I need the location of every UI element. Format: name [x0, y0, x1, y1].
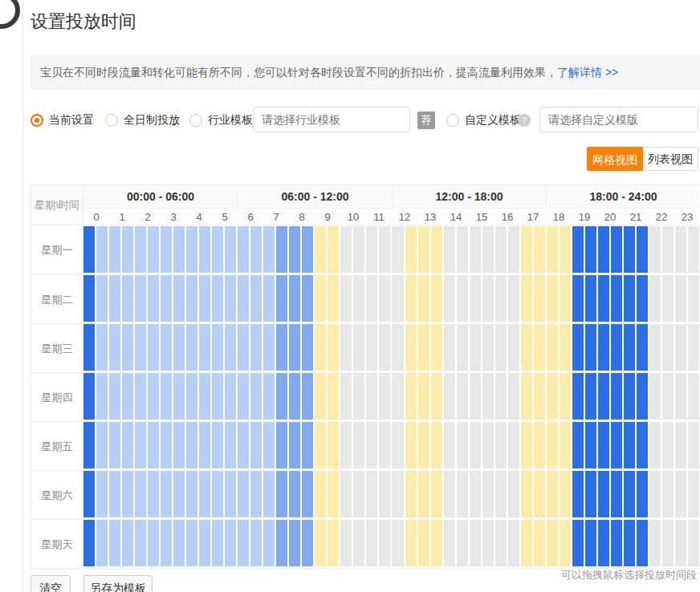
schedule-cell[interactable] [431, 422, 442, 468]
schedule-cell[interactable] [547, 324, 558, 371]
schedule-cell[interactable] [470, 275, 481, 322]
schedule-cell[interactable] [688, 275, 699, 322]
schedule-cell[interactable] [688, 520, 699, 566]
schedule-cell[interactable] [405, 275, 417, 322]
schedule-cell[interactable] [199, 471, 210, 517]
schedule-cell[interactable] [572, 275, 584, 322]
schedule-cell[interactable] [649, 520, 661, 566]
schedule-cell[interactable] [135, 471, 146, 517]
radio-unselected-icon[interactable] [189, 114, 202, 127]
schedule-cell[interactable] [199, 520, 210, 566]
schedule-cell[interactable] [482, 275, 494, 322]
schedule-cell[interactable] [470, 324, 481, 371]
schedule-cell[interactable] [315, 324, 326, 371]
schedule-cell[interactable] [328, 422, 339, 468]
schedule-cell[interactable] [457, 226, 468, 273]
radio-unselected-icon[interactable] [105, 114, 118, 127]
schedule-cell[interactable] [109, 275, 120, 322]
schedule-cell[interactable] [675, 520, 686, 566]
schedule-cell[interactable] [96, 275, 108, 322]
schedule-cell[interactable] [199, 226, 210, 273]
schedule-cell[interactable] [199, 324, 210, 371]
schedule-cell[interactable] [444, 422, 455, 468]
schedule-cell[interactable] [431, 226, 442, 273]
schedule-cell[interactable] [109, 422, 120, 468]
schedule-cell[interactable] [199, 275, 210, 322]
schedule-cell[interactable] [238, 275, 249, 322]
schedule-cell[interactable] [148, 520, 159, 566]
schedule-cell[interactable] [148, 275, 159, 322]
schedule-cell[interactable] [457, 373, 468, 420]
schedule-cell[interactable] [688, 471, 699, 517]
schedule-cell[interactable] [521, 275, 532, 322]
schedule-cell[interactable] [675, 471, 686, 517]
schedule-cell[interactable] [148, 422, 159, 468]
schedule-cell[interactable] [418, 422, 429, 468]
schedule-cell[interactable] [135, 422, 146, 468]
schedule-cell[interactable] [366, 373, 377, 420]
schedule-cell[interactable] [534, 422, 545, 468]
schedule-cell[interactable] [392, 471, 403, 517]
schedule-cell[interactable] [418, 471, 429, 517]
schedule-cell[interactable] [250, 520, 262, 566]
schedule-cell[interactable] [624, 226, 635, 273]
schedule-cell[interactable] [250, 373, 262, 420]
schedule-cell[interactable] [340, 471, 352, 517]
schedule-cell[interactable] [83, 373, 95, 420]
schedule-cell[interactable] [521, 324, 532, 371]
schedule-cell[interactable] [263, 226, 275, 273]
schedule-cell[interactable] [598, 520, 609, 566]
schedule-cell[interactable] [328, 520, 339, 566]
schedule-cell[interactable] [495, 373, 507, 420]
schedule-cell[interactable] [238, 422, 249, 468]
schedule-cell[interactable] [495, 471, 507, 517]
schedule-cell[interactable] [431, 373, 442, 420]
schedule-cell[interactable] [624, 422, 635, 468]
schedule-cell[interactable] [508, 324, 519, 371]
schedule-cell[interactable] [405, 324, 417, 371]
schedule-cell[interactable] [392, 226, 403, 273]
schedule-cell[interactable] [444, 373, 455, 420]
schedule-cell[interactable] [495, 324, 507, 371]
schedule-cell[interactable] [276, 520, 287, 566]
schedule-cell[interactable] [302, 422, 313, 468]
schedule-cell[interactable] [263, 373, 275, 420]
schedule-cell[interactable] [637, 324, 648, 371]
schedule-cell[interactable] [186, 520, 197, 566]
schedule-cell[interactable] [353, 275, 364, 322]
schedule-cell[interactable] [340, 324, 352, 371]
schedule-cell[interactable] [276, 373, 287, 420]
schedule-cell[interactable] [366, 324, 377, 371]
schedule-cell[interactable] [611, 471, 622, 517]
schedule-cell[interactable] [263, 275, 275, 322]
schedule-cell[interactable] [482, 471, 494, 517]
list-view-button[interactable]: 列表视图 [643, 147, 698, 171]
schedule-cell[interactable] [598, 422, 609, 468]
schedule-cell[interactable] [186, 226, 197, 273]
help-icon[interactable]: ? [518, 114, 531, 127]
schedule-cell[interactable] [276, 226, 287, 273]
schedule-cell[interactable] [572, 324, 584, 371]
schedule-cell[interactable] [482, 324, 494, 371]
schedule-cell[interactable] [135, 275, 146, 322]
schedule-cell[interactable] [328, 373, 339, 420]
schedule-cell[interactable] [289, 422, 300, 468]
schedule-cell[interactable] [199, 373, 210, 420]
schedule-cell[interactable] [624, 275, 635, 322]
schedule-cell[interactable] [148, 324, 159, 371]
schedule-cell[interactable] [418, 373, 429, 420]
schedule-cell[interactable] [508, 520, 519, 566]
schedule-cell[interactable] [598, 373, 609, 420]
schedule-cell[interactable] [353, 324, 364, 371]
schedule-cell[interactable] [135, 324, 146, 371]
schedule-cell[interactable] [96, 471, 108, 517]
schedule-cell[interactable] [585, 275, 596, 322]
schedule-cell[interactable] [379, 422, 390, 468]
schedule-cell[interactable] [315, 373, 326, 420]
schedule-cell[interactable] [379, 226, 390, 273]
schedule-cell[interactable] [649, 373, 661, 420]
schedule-cell[interactable] [289, 520, 300, 566]
schedule-cell[interactable] [508, 226, 519, 273]
schedule-cell[interactable] [508, 373, 519, 420]
schedule-cell[interactable] [560, 422, 571, 468]
